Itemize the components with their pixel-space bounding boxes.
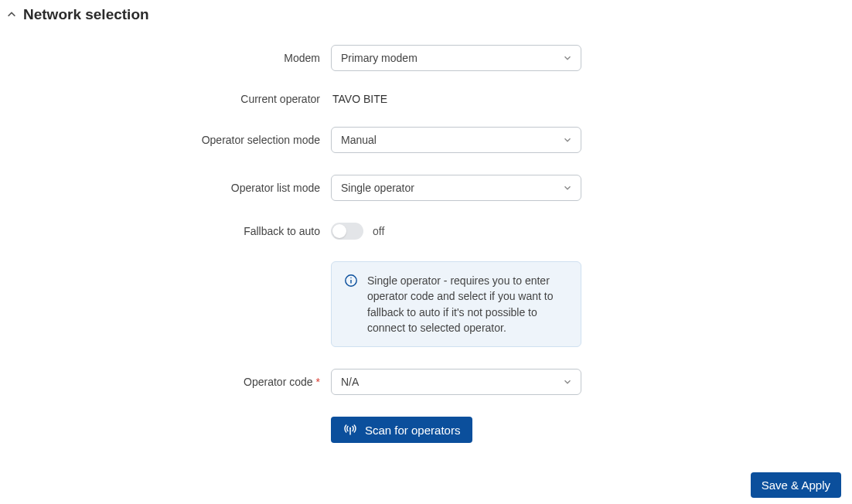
chevron-down-icon (562, 135, 573, 145)
form-area: Modem Primary modem Current operator TAV… (0, 29, 852, 443)
row-selection-mode: Operator selection mode Manual (0, 127, 852, 153)
info-box: Single operator - requires you to enter … (331, 261, 581, 347)
label-fallback: Fallback to auto (0, 225, 331, 237)
operator-code-select[interactable]: N/A (331, 369, 581, 395)
list-mode-value: Single operator (341, 182, 414, 194)
scan-operators-button[interactable]: Scan for operators (331, 417, 472, 443)
antenna-icon (343, 423, 357, 437)
svg-point-4 (349, 427, 351, 429)
info-icon (344, 274, 358, 288)
modem-select-value: Primary modem (341, 52, 417, 64)
scan-button-label: Scan for operators (365, 424, 460, 437)
row-list-mode: Operator list mode Single operator (0, 175, 852, 201)
operator-code-value: N/A (341, 376, 359, 388)
chevron-down-icon (562, 376, 573, 387)
section-title: Network selection (23, 6, 149, 23)
label-modem: Modem (0, 52, 331, 64)
label-operator-code: Operator code* (0, 376, 331, 388)
chevron-down-icon (562, 182, 573, 193)
row-modem: Modem Primary modem (0, 45, 852, 71)
selection-mode-value: Manual (341, 134, 377, 146)
row-operator-code: Operator code* N/A (0, 369, 852, 395)
section-header[interactable]: Network selection (0, 0, 852, 29)
save-apply-button[interactable]: Save & Apply (751, 472, 841, 498)
row-fallback: Fallback to auto off (0, 223, 852, 240)
label-current-operator: Current operator (0, 93, 331, 105)
chevron-up-icon (6, 9, 17, 20)
current-operator-value: TAVO BITE (331, 93, 387, 105)
svg-point-2 (350, 278, 351, 278)
modem-select[interactable]: Primary modem (331, 45, 581, 71)
label-list-mode: Operator list mode (0, 182, 331, 194)
selection-mode-select[interactable]: Manual (331, 127, 581, 153)
fallback-toggle[interactable] (331, 223, 363, 240)
info-text: Single operator - requires you to enter … (367, 273, 568, 335)
fallback-state: off (373, 225, 384, 237)
chevron-down-icon (562, 53, 573, 63)
row-current-operator: Current operator TAVO BITE (0, 93, 852, 105)
list-mode-select[interactable]: Single operator (331, 175, 581, 201)
row-info: Single operator - requires you to enter … (0, 261, 852, 347)
label-selection-mode: Operator selection mode (0, 134, 331, 146)
row-scan: Scan for operators (0, 417, 852, 443)
toggle-knob (332, 224, 346, 238)
save-apply-label: Save & Apply (762, 478, 830, 492)
required-asterisk: * (316, 376, 320, 388)
